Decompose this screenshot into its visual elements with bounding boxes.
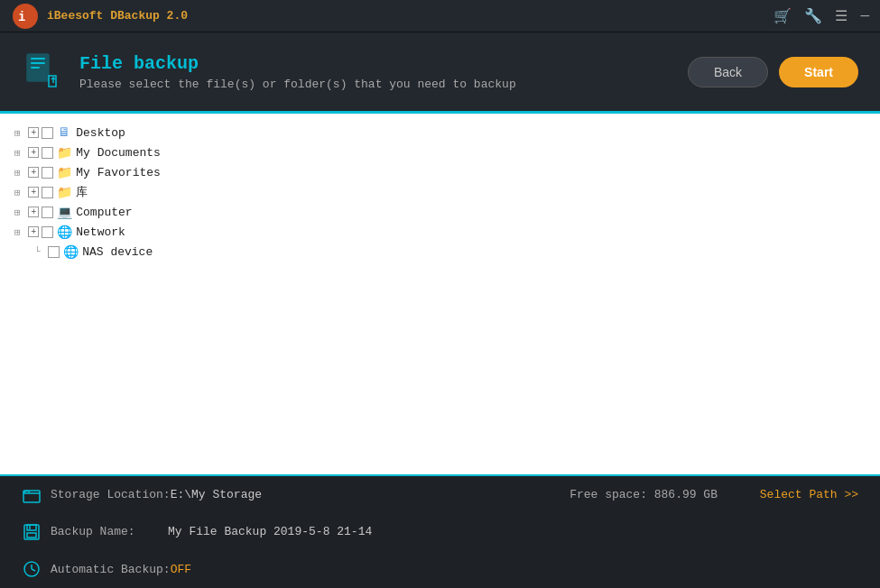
tree-item-mydocuments[interactable]: ⊞ + 📁 My Documents xyxy=(14,142,866,162)
network-label: Network xyxy=(76,225,125,239)
checkbox-mydocuments[interactable] xyxy=(42,147,53,159)
bottombar: Storage Location: E:\My Storage Free spa… xyxy=(0,474,880,588)
tree-item-desktop[interactable]: ⊞ + 🖥 Desktop xyxy=(14,123,866,142)
connector: ⊞ xyxy=(14,207,26,218)
tree-item-network[interactable]: ⊞ + 🌐 Network xyxy=(14,222,866,242)
nasdevice-label: NAS device xyxy=(82,245,153,259)
wrench-icon[interactable]: 🔧 xyxy=(804,7,822,25)
menu-icon[interactable]: ☰ xyxy=(835,7,848,25)
free-space-text: Free space: 886.99 GB xyxy=(570,488,718,501)
backup-name-row: Backup Name: My File Backup 2019-5-8 21-… xyxy=(22,517,858,547)
tree-item-myfavorites[interactable]: ⊞ + 📁 My Favorites xyxy=(14,162,866,182)
connector: ⊞ xyxy=(14,167,26,179)
checkbox-desktop[interactable] xyxy=(42,127,53,139)
back-button[interactable]: Back xyxy=(688,57,768,87)
expand-network[interactable]: + xyxy=(28,226,39,237)
backup-save-icon xyxy=(23,523,41,541)
select-path-button[interactable]: Select Path >> xyxy=(760,488,858,501)
window-controls: 🛒 🔧 ☰ — xyxy=(773,7,869,25)
app-title: iBeesoft DBackup 2.0 xyxy=(47,9,188,23)
header: File backup Please select the file(s) or… xyxy=(0,32,880,114)
library-icon: 📁 xyxy=(56,185,72,199)
start-button[interactable]: Start xyxy=(779,57,858,87)
auto-backup-row: Automatic Backup: OFF xyxy=(22,554,858,584)
myfavorites-label: My Favorites xyxy=(76,166,161,179)
expand-mydocuments[interactable]: + xyxy=(28,147,39,158)
checkbox-network[interactable] xyxy=(42,226,53,238)
mydocuments-label: My Documents xyxy=(76,146,161,160)
auto-backup-value[interactable]: OFF xyxy=(171,563,191,576)
tree-item-computer[interactable]: ⊞ + 💻 Computer xyxy=(14,202,866,222)
tree-item-nasdevice[interactable]: └ 🌐 NAS device xyxy=(14,242,866,262)
file-tree-panel: ⊞ + 🖥 Desktop ⊞ + 📁 My Documents ⊞ + 📁 M… xyxy=(0,114,880,474)
storage-icon xyxy=(22,485,42,505)
backup-name-value: My File Backup 2019-5-8 21-14 xyxy=(168,525,372,538)
network-icon: 🌐 xyxy=(56,225,72,239)
svg-rect-4 xyxy=(31,62,45,64)
header-text: File backup Please select the file(s) or… xyxy=(79,53,688,91)
free-space-and-select: Free space: 886.99 GB Select Path >> xyxy=(570,488,858,501)
connector: ⊞ xyxy=(14,187,26,198)
tree-item-library[interactable]: ⊞ + 📁 库 xyxy=(14,182,866,202)
svg-rect-5 xyxy=(31,67,40,69)
cart-icon[interactable]: 🛒 xyxy=(773,7,792,25)
library-label: 库 xyxy=(76,184,88,200)
svg-rect-7 xyxy=(23,491,40,502)
desktop-icon: 🖥 xyxy=(56,125,72,140)
favorites-icon: 📁 xyxy=(56,165,72,179)
auto-backup-label: Automatic Backup: xyxy=(51,563,171,576)
expand-myfavorites[interactable]: + xyxy=(28,167,39,178)
titlebar: i iBeesoft DBackup 2.0 🛒 🔧 ☰ — xyxy=(0,0,880,32)
svg-rect-10 xyxy=(27,533,36,537)
header-buttons: Back Start xyxy=(688,57,858,87)
minimize-icon[interactable]: — xyxy=(860,8,869,24)
svg-text:i: i xyxy=(18,10,25,24)
storage-folder-icon xyxy=(23,486,41,504)
expand-desktop[interactable]: + xyxy=(28,127,39,138)
docs-icon: 📁 xyxy=(56,145,72,160)
page-title: File backup xyxy=(79,53,688,74)
nas-icon: 🌐 xyxy=(62,244,79,259)
file-backup-icon xyxy=(22,51,65,94)
storage-location-row: Storage Location: E:\My Storage Free spa… xyxy=(22,480,858,510)
backup-icon xyxy=(22,522,42,542)
svg-rect-3 xyxy=(31,58,45,60)
backup-name-label: Backup Name: xyxy=(51,525,168,538)
auto-backup-icon xyxy=(22,559,42,579)
checkbox-nas[interactable] xyxy=(48,246,60,258)
app-logo: i xyxy=(11,2,40,31)
clock-icon xyxy=(23,560,41,578)
checkbox-computer[interactable] xyxy=(42,207,53,218)
storage-location-label: Storage Location: xyxy=(51,488,171,501)
checkbox-myfavorites[interactable] xyxy=(42,167,53,179)
connector: ⊞ xyxy=(14,147,26,159)
expand-library[interactable]: + xyxy=(28,187,39,198)
computer-icon: 💻 xyxy=(56,205,72,219)
page-subtitle: Please select the file(s) or folder(s) t… xyxy=(79,78,688,91)
checkbox-library[interactable] xyxy=(42,187,53,198)
desktop-label: Desktop xyxy=(76,126,125,140)
storage-location-value: E:\My Storage xyxy=(171,488,262,501)
expand-computer[interactable]: + xyxy=(28,207,39,217)
computer-label: Computer xyxy=(76,206,132,219)
svg-rect-9 xyxy=(27,525,36,530)
connector: ⊞ xyxy=(14,127,26,139)
connector-child: └ xyxy=(34,246,46,257)
svg-line-14 xyxy=(32,569,35,571)
connector: ⊞ xyxy=(14,226,26,238)
